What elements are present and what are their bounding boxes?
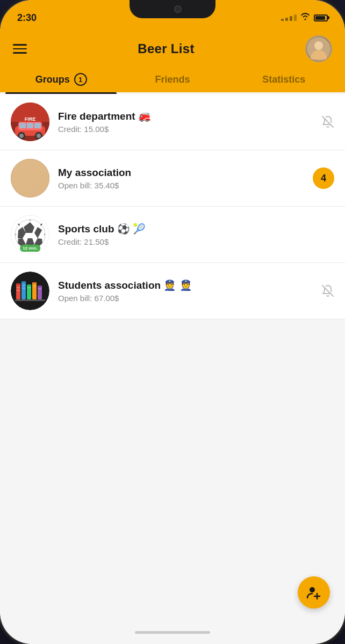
page-title: Beer List (138, 41, 194, 56)
svg-text:FIRE: FIRE (25, 116, 36, 122)
svg-rect-10 (19, 123, 26, 128)
tab-groups[interactable]: Groups 1 (5, 65, 117, 92)
group-info-sports: Sports club ⚽ 🎾 Credit: 21.50$ (58, 223, 326, 246)
notification-badge: 4 (313, 167, 334, 189)
svg-rect-39 (15, 299, 45, 301)
list-item[interactable]: 🍻 My association Open bill: 35.40$ 4 (0, 150, 345, 207)
camera (174, 5, 182, 13)
timer-badge: 12 min. (20, 245, 40, 252)
list-item[interactable]: FIRE Fire department 🚒 Credit: 15.00$ (0, 94, 345, 150)
list-item[interactable]: 12 min. Sports club ⚽ 🎾 Credit: 21.50$ (0, 207, 345, 263)
svg-rect-16 (11, 159, 49, 197)
group-action-fire (321, 115, 334, 128)
group-avatar-association: 🍻 (11, 159, 49, 197)
group-avatar-students (11, 272, 49, 310)
tab-friends[interactable]: Friends (117, 65, 228, 92)
battery-icon (314, 14, 328, 21)
group-name: Fire department 🚒 (58, 110, 313, 122)
user-avatar[interactable] (305, 35, 332, 62)
group-action-students (321, 284, 334, 297)
group-info-students: Students association 👮 👮 Open bill: 67.0… (58, 279, 313, 303)
tab-statistics[interactable]: Statistics (228, 65, 340, 92)
group-status: Credit: 15.00$ (58, 125, 313, 134)
group-info-fire: Fire department 🚒 Credit: 15.00$ (58, 110, 313, 134)
signal-icon (281, 14, 297, 21)
bell-off-icon (321, 284, 334, 297)
notch (130, 0, 215, 18)
svg-rect-38 (38, 286, 42, 287)
group-avatar-sports: 12 min. (11, 215, 49, 254)
status-time: 2:30 (17, 12, 37, 24)
group-status: Open bill: 67.00$ (58, 294, 313, 303)
svg-rect-37 (38, 286, 42, 299)
svg-point-1 (314, 41, 323, 50)
home-indicator (0, 625, 345, 644)
screen: 2:30 (0, 0, 345, 644)
group-name: My association (58, 167, 304, 179)
svg-rect-33 (27, 284, 31, 299)
status-icons (281, 13, 328, 23)
svg-rect-11 (27, 123, 33, 128)
svg-rect-12 (34, 123, 41, 128)
add-person-icon (306, 585, 321, 600)
add-group-fab[interactable] (298, 576, 330, 609)
svg-rect-36 (32, 282, 37, 284)
groups-badge: 1 (74, 73, 87, 86)
svg-rect-35 (32, 282, 37, 299)
group-list: FIRE Fire department 🚒 Credit: 15.00$ (0, 94, 345, 319)
home-bar (135, 631, 210, 634)
bell-off-icon (321, 115, 334, 128)
header: Beer List (0, 28, 345, 65)
svg-point-7 (19, 134, 24, 138)
group-info-association: My association Open bill: 35.40$ (58, 167, 304, 190)
content-area: FIRE Fire department 🚒 Credit: 15.00$ (0, 94, 345, 625)
list-item[interactable]: Students association 👮 👮 Open bill: 67.0… (0, 263, 345, 319)
phone-frame: 2:30 (0, 0, 345, 644)
group-status: Open bill: 35.40$ (58, 181, 304, 190)
avatar-image (306, 36, 331, 61)
group-avatar-fire: FIRE (11, 103, 49, 141)
group-status: Credit: 21.50$ (58, 237, 326, 246)
group-action-association: 4 (313, 167, 334, 189)
svg-rect-29 (16, 283, 20, 299)
svg-rect-31 (21, 281, 26, 299)
svg-rect-32 (21, 281, 26, 283)
group-name: Sports club ⚽ 🎾 (58, 223, 326, 235)
group-name: Students association 👮 👮 (58, 279, 313, 291)
svg-rect-34 (27, 284, 31, 286)
menu-button[interactable] (13, 44, 27, 54)
svg-point-48 (310, 587, 315, 592)
wifi-icon (300, 13, 311, 23)
svg-point-9 (37, 134, 41, 138)
svg-rect-30 (16, 283, 20, 285)
tabs-container: Groups 1 Friends Statistics (0, 65, 345, 94)
